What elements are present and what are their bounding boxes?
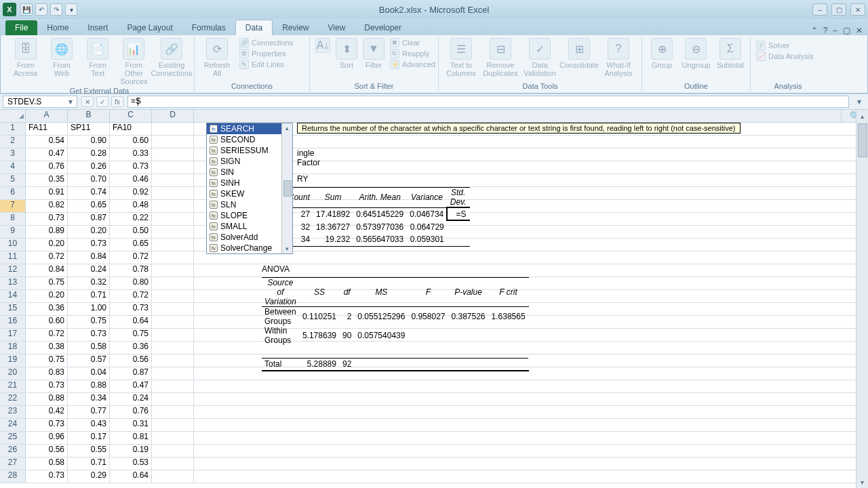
consolidate-button[interactable]: ⊞Consolidate bbox=[562, 38, 596, 69]
cell[interactable] bbox=[152, 470, 194, 483]
from-other-button[interactable]: 📊From Other Sources bbox=[119, 38, 149, 85]
workbook-close-icon[interactable]: ✕ bbox=[856, 26, 863, 35]
row-header[interactable]: 18 bbox=[0, 342, 26, 354]
row-header[interactable]: 5 bbox=[0, 174, 26, 186]
cell[interactable] bbox=[152, 458, 194, 470]
cell[interactable] bbox=[152, 148, 194, 161]
cell[interactable]: 0.65 bbox=[68, 200, 110, 212]
row-header[interactable]: 11 bbox=[0, 251, 26, 264]
cell[interactable]: 0.73 bbox=[26, 380, 68, 392]
row-header[interactable]: 3 bbox=[0, 148, 26, 161]
chevron-down-icon[interactable]: ▾ bbox=[68, 97, 73, 106]
row-header[interactable]: 13 bbox=[0, 277, 26, 289]
cancel-formula-button[interactable]: ✕ bbox=[81, 96, 94, 107]
maximize-button[interactable]: ▢ bbox=[831, 3, 846, 16]
cell[interactable]: 0.47 bbox=[110, 380, 152, 392]
cell[interactable]: 0.73 bbox=[110, 303, 152, 315]
cell[interactable]: 0.36 bbox=[110, 342, 152, 354]
cell[interactable]: FA10 bbox=[110, 123, 152, 135]
col-A[interactable]: A bbox=[26, 110, 68, 122]
cell[interactable]: 0.70 bbox=[68, 174, 110, 186]
cell[interactable]: 0.72 bbox=[26, 329, 68, 341]
cell[interactable]: 0.60 bbox=[110, 136, 152, 148]
help-icon[interactable]: ? bbox=[823, 26, 828, 35]
cell[interactable]: 0.22 bbox=[110, 213, 152, 225]
row-header[interactable]: 10 bbox=[0, 239, 26, 251]
cell[interactable]: 0.73 bbox=[110, 161, 152, 174]
connections-button[interactable]: 🔗Connections bbox=[239, 38, 293, 47]
row-header[interactable]: 4 bbox=[0, 161, 26, 174]
autocomplete-item[interactable]: fxSECOND bbox=[207, 134, 292, 145]
row-header[interactable]: 24 bbox=[0, 419, 26, 431]
row-header[interactable]: 15 bbox=[0, 303, 26, 315]
whatif-button[interactable]: ?What-If Analysis bbox=[601, 38, 635, 77]
cell[interactable]: 0.82 bbox=[26, 200, 68, 212]
tab-formulas[interactable]: Formulas bbox=[182, 20, 235, 35]
tab-home[interactable]: Home bbox=[37, 20, 78, 35]
tab-developer[interactable]: Developer bbox=[355, 20, 411, 35]
row-header[interactable]: 21 bbox=[0, 380, 26, 392]
filter-button[interactable]: ▼Filter bbox=[363, 38, 384, 69]
cell[interactable]: 0.20 bbox=[68, 226, 110, 238]
existing-conn-button[interactable]: 🔗Existing Connections bbox=[155, 38, 189, 77]
cell[interactable] bbox=[152, 226, 194, 238]
worksheet[interactable]: ◢ A B C D 🔍 1FA11SP11FA1020.540.900.6030… bbox=[0, 110, 868, 488]
workbook-restore-icon[interactable]: ▢ bbox=[843, 26, 850, 35]
row-header[interactable]: 26 bbox=[0, 445, 26, 457]
cell[interactable]: 0.57 bbox=[68, 354, 110, 367]
cell[interactable]: 0.84 bbox=[68, 251, 110, 264]
undo-icon[interactable]: ↶ bbox=[35, 3, 47, 16]
cell[interactable]: 0.71 bbox=[68, 290, 110, 302]
edit-links-button[interactable]: ✎Edit Links bbox=[239, 60, 293, 69]
cell[interactable]: 0.26 bbox=[68, 161, 110, 174]
autocomplete-item[interactable]: fxSolverAdd bbox=[207, 232, 292, 243]
tab-data[interactable]: Data bbox=[235, 20, 273, 35]
cell[interactable] bbox=[152, 354, 194, 367]
cell[interactable] bbox=[152, 432, 194, 444]
row-header[interactable]: 2 bbox=[0, 136, 26, 148]
scrollbar-thumb[interactable] bbox=[858, 123, 867, 157]
cell[interactable] bbox=[152, 161, 194, 174]
autocomplete-item[interactable]: fxSEARCH bbox=[207, 123, 292, 134]
cell[interactable]: 0.20 bbox=[26, 239, 68, 251]
text-to-columns-button[interactable]: ☰Text to Columns bbox=[444, 38, 478, 77]
redo-icon[interactable]: ↷ bbox=[50, 3, 62, 16]
cell[interactable]: 0.76 bbox=[110, 406, 152, 418]
cell[interactable]: 0.32 bbox=[68, 277, 110, 289]
cell[interactable] bbox=[152, 174, 194, 186]
cell[interactable]: 0.75 bbox=[110, 329, 152, 341]
scroll-up-icon[interactable]: ▴ bbox=[856, 110, 868, 122]
close-button[interactable]: ✕ bbox=[850, 3, 865, 16]
cell[interactable]: 0.88 bbox=[68, 380, 110, 392]
row-header[interactable]: 8 bbox=[0, 213, 26, 225]
cell[interactable]: 0.20 bbox=[26, 290, 68, 302]
tab-view[interactable]: View bbox=[319, 20, 355, 35]
row-header[interactable]: 1 bbox=[0, 123, 26, 135]
cell[interactable]: 0.04 bbox=[68, 367, 110, 380]
cell[interactable]: 0.58 bbox=[68, 342, 110, 354]
cell[interactable]: 0.46 bbox=[110, 174, 152, 186]
autocomplete-item[interactable]: fxSMALL bbox=[207, 221, 292, 232]
autocomplete-item[interactable]: fxSIGN bbox=[207, 156, 292, 167]
insert-function-button[interactable]: fx bbox=[111, 96, 123, 107]
cell[interactable] bbox=[152, 367, 194, 380]
cell[interactable] bbox=[152, 136, 194, 148]
cell[interactable] bbox=[152, 200, 194, 212]
select-all-button[interactable]: ◢ bbox=[0, 110, 26, 122]
workbook-min-icon[interactable]: – bbox=[833, 26, 837, 35]
cell[interactable] bbox=[152, 290, 194, 302]
row-header[interactable]: 20 bbox=[0, 367, 26, 380]
cell[interactable]: 0.60 bbox=[26, 316, 68, 328]
autocomplete-item[interactable]: fxSLOPE bbox=[207, 210, 292, 221]
autocomplete-item[interactable]: fxSERIESSUM bbox=[207, 145, 292, 156]
save-icon[interactable]: 💾 bbox=[20, 3, 33, 16]
cell[interactable]: 0.81 bbox=[110, 432, 152, 444]
cell[interactable]: 0.31 bbox=[110, 419, 152, 431]
group-button[interactable]: ⊕Group bbox=[648, 38, 676, 69]
from-web-button[interactable]: 🌐From Web bbox=[46, 38, 77, 77]
cell[interactable]: 0.73 bbox=[26, 470, 68, 483]
cell[interactable]: 0.24 bbox=[110, 393, 152, 405]
row-header[interactable]: 12 bbox=[0, 264, 26, 277]
cell[interactable]: 0.64 bbox=[110, 470, 152, 483]
row-header[interactable]: 16 bbox=[0, 316, 26, 328]
